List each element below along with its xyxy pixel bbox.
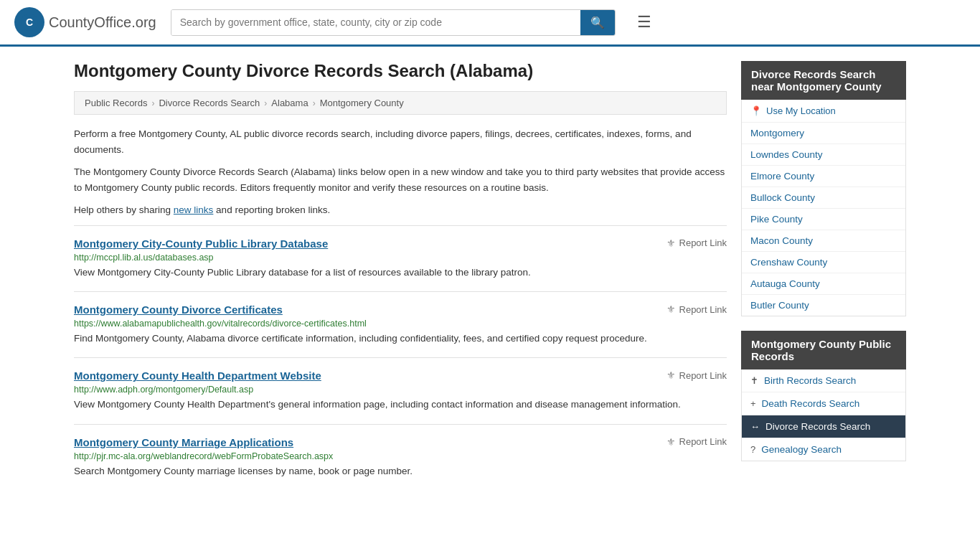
report-label: Report Link <box>679 237 727 248</box>
nearby-section: Divorce Records Search near Montgomery C… <box>741 61 906 316</box>
page-title: Montgomery County Divorce Records Search… <box>74 61 727 81</box>
record-type-icon: ↔ <box>750 421 760 432</box>
report-link[interactable]: ⚜ Report Link <box>666 303 727 315</box>
record-type-icon: ✝ <box>750 375 758 386</box>
result-item: Montgomery County Marriage Applications … <box>74 424 727 490</box>
nearby-link[interactable]: Lowndes County <box>750 149 823 160</box>
breadcrumb-alabama[interactable]: Alabama <box>271 98 308 108</box>
result-item: Montgomery City-County Public Library Da… <box>74 225 727 291</box>
report-icon: ⚜ <box>666 303 676 315</box>
result-url[interactable]: https://www.alabamapublichealth.gov/vita… <box>74 319 727 329</box>
nearby-link-item[interactable]: Montgomery <box>742 123 905 144</box>
result-title-link[interactable]: Montgomery County Marriage Applications <box>74 436 293 448</box>
intro-paragraph-1: Perform a free Montgomery County, AL pub… <box>74 126 727 157</box>
breadcrumb-sep-3: › <box>313 98 316 108</box>
search-bar: 🔍 <box>171 9 616 36</box>
public-record-link-item[interactable]: + Death Records Search <box>742 392 905 415</box>
nearby-title: Divorce Records Search near Montgomery C… <box>741 61 906 100</box>
use-location-link[interactable]: Use My Location <box>766 105 836 116</box>
result-url[interactable]: http://pjr.mc-ala.org/weblandrecord/webF… <box>74 451 727 461</box>
search-button[interactable]: 🔍 <box>580 10 615 35</box>
main-container: Montgomery County Divorce Records Search… <box>60 47 920 504</box>
nearby-link[interactable]: Bullock County <box>750 192 815 203</box>
report-icon: ⚜ <box>666 237 676 249</box>
public-records-title: Montgomery County Public Records <box>741 331 906 369</box>
report-link[interactable]: ⚜ Report Link <box>666 436 727 448</box>
report-icon: ⚜ <box>666 369 676 381</box>
search-input[interactable] <box>171 10 580 35</box>
public-record-link-item[interactable]: ✝ Birth Records Search <box>742 369 905 392</box>
public-records-section: Montgomery County Public Records ✝ Birth… <box>741 331 906 461</box>
public-records-list: ✝ Birth Records Search + Death Records S… <box>741 369 906 461</box>
report-label: Report Link <box>679 436 727 447</box>
result-url[interactable]: http://mccpl.lib.al.us/databases.asp <box>74 253 727 263</box>
nearby-link-item[interactable]: Butler County <box>742 295 905 316</box>
result-header: Montgomery County Health Department Webs… <box>74 369 727 382</box>
result-item: Montgomery County Divorce Certificates ⚜… <box>74 291 727 357</box>
nearby-link-item[interactable]: Crenshaw County <box>742 252 905 273</box>
main-content: Montgomery County Divorce Records Search… <box>74 61 727 490</box>
result-description: Search Montgomery County marriage licens… <box>74 464 727 479</box>
record-type-icon: + <box>750 398 756 409</box>
new-links-link[interactable]: new links <box>174 204 214 215</box>
breadcrumb-sep-2: › <box>264 98 267 108</box>
nearby-link[interactable]: Autauga County <box>750 278 820 289</box>
nearby-link[interactable]: Butler County <box>750 300 809 311</box>
nearby-link-item[interactable]: Macon County <box>742 230 905 252</box>
public-records-links: ✝ Birth Records Search + Death Records S… <box>742 369 905 461</box>
nearby-list: 📍 Use My Location MontgomeryLowndes Coun… <box>741 100 906 316</box>
breadcrumb-divorce-records[interactable]: Divorce Records Search <box>159 98 260 108</box>
result-title-link[interactable]: Montgomery County Health Department Webs… <box>74 369 321 382</box>
svg-text:C: C <box>26 17 33 28</box>
nearby-link[interactable]: Macon County <box>750 235 813 246</box>
nearby-link-item[interactable]: Autauga County <box>742 273 905 295</box>
report-link[interactable]: ⚜ Report Link <box>666 369 727 381</box>
public-record-link-item[interactable]: ↔ Divorce Records Search <box>742 415 905 438</box>
results-list: Montgomery City-County Public Library Da… <box>74 225 727 490</box>
result-header: Montgomery County Divorce Certificates ⚜… <box>74 303 727 316</box>
nearby-link-item[interactable]: Pike County <box>742 209 905 230</box>
public-record-link[interactable]: Death Records Search <box>762 398 860 409</box>
report-link[interactable]: ⚜ Report Link <box>666 237 727 249</box>
logo-text: CountyOffice.org <box>49 14 156 31</box>
result-description: Find Montgomery County, Alabama divorce … <box>74 331 727 346</box>
sidebar: Divorce Records Search near Montgomery C… <box>741 61 906 490</box>
hamburger-menu-icon[interactable]: ☰ <box>637 13 651 32</box>
breadcrumb: Public Records › Divorce Records Search … <box>74 91 727 115</box>
result-description: View Montgomery County Health Department… <box>74 397 727 412</box>
nearby-link[interactable]: Montgomery <box>750 128 804 138</box>
nearby-link-item[interactable]: Elmore County <box>742 166 905 187</box>
result-title-link[interactable]: Montgomery City-County Public Library Da… <box>74 237 328 250</box>
pin-icon: 📍 <box>750 105 762 116</box>
nearby-link[interactable]: Elmore County <box>750 171 814 182</box>
site-header: C CountyOffice.org 🔍 ☰ <box>0 0 980 47</box>
result-header: Montgomery County Marriage Applications … <box>74 436 727 448</box>
nearby-link-item[interactable]: Bullock County <box>742 187 905 209</box>
nearby-links-list: MontgomeryLowndes CountyElmore CountyBul… <box>742 123 905 316</box>
public-record-link-item[interactable]: ? Genealogy Search <box>742 438 905 461</box>
nearby-link[interactable]: Pike County <box>750 214 803 225</box>
result-title-link[interactable]: Montgomery County Divorce Certificates <box>74 303 283 316</box>
breadcrumb-current: Montgomery County <box>320 98 404 108</box>
report-label: Report Link <box>679 370 727 381</box>
intro-paragraph-2: The Montgomery County Divorce Records Se… <box>74 164 727 195</box>
result-description: View Montgomery City-County Public Libra… <box>74 265 727 280</box>
breadcrumb-sep-1: › <box>151 98 154 108</box>
logo-icon: C <box>14 7 44 37</box>
intro-paragraph-3: Help others by sharing new links and rep… <box>74 202 727 218</box>
result-item: Montgomery County Health Department Webs… <box>74 357 727 423</box>
report-label: Report Link <box>679 304 727 315</box>
result-header: Montgomery City-County Public Library Da… <box>74 237 727 250</box>
nearby-link-item[interactable]: Lowndes County <box>742 144 905 166</box>
record-type-icon: ? <box>750 444 755 455</box>
use-location-item[interactable]: 📍 Use My Location <box>742 100 905 123</box>
logo-link[interactable]: C CountyOffice.org <box>14 7 156 37</box>
breadcrumb-public-records[interactable]: Public Records <box>85 98 147 108</box>
report-icon: ⚜ <box>666 436 676 448</box>
public-record-link[interactable]: Divorce Records Search <box>765 421 870 432</box>
result-url[interactable]: http://www.adph.org/montgomery/Default.a… <box>74 385 727 395</box>
nearby-link[interactable]: Crenshaw County <box>750 257 827 268</box>
public-record-link[interactable]: Birth Records Search <box>764 375 856 386</box>
public-record-link[interactable]: Genealogy Search <box>761 444 842 455</box>
